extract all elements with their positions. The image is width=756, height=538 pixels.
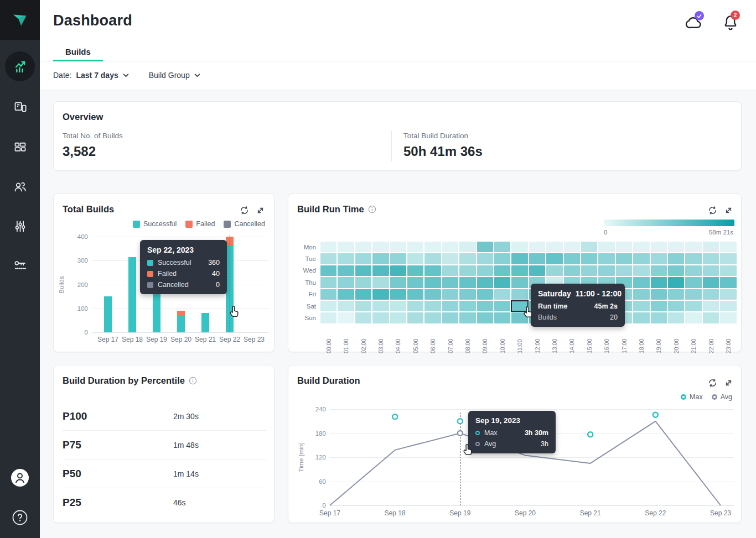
heatmap-cell[interactable] — [320, 242, 336, 252]
heatmap-cell[interactable] — [581, 242, 597, 252]
heatmap-cell[interactable] — [494, 242, 510, 252]
heatmap-cell[interactable] — [390, 301, 406, 311]
heatmap-cell[interactable] — [442, 253, 458, 264]
heatmap-cell[interactable] — [703, 312, 719, 323]
sidebar-item-devices[interactable] — [0, 96, 40, 118]
heatmap-cell[interactable] — [494, 265, 510, 276]
heatmap-cell[interactable] — [685, 301, 701, 311]
app-logo[interactable] — [0, 0, 40, 40]
bar-segment-successful[interactable] — [128, 257, 136, 332]
heatmap-cell[interactable] — [459, 242, 475, 252]
heatmap-cell[interactable] — [320, 289, 336, 300]
heatmap-cell[interactable] — [703, 265, 719, 276]
heatmap-cell[interactable] — [338, 265, 354, 276]
heatmap-cell[interactable] — [320, 253, 336, 264]
heatmap-cell[interactable] — [442, 301, 458, 311]
heatmap-cell[interactable] — [459, 265, 475, 276]
heatmap-cell[interactable] — [407, 253, 423, 264]
heatmap-cell[interactable] — [546, 242, 562, 252]
heatmap-cell[interactable] — [720, 301, 736, 311]
heatmap-cell[interactable] — [372, 253, 389, 264]
heatmap-cell[interactable] — [459, 289, 475, 300]
heatmap-cell[interactable] — [720, 253, 736, 264]
heatmap-cell[interactable] — [633, 301, 649, 311]
heatmap-cell[interactable] — [685, 242, 701, 252]
heatmap-cell[interactable] — [338, 289, 354, 300]
heatmap-cell[interactable] — [390, 265, 406, 276]
heatmap-cell[interactable] — [390, 312, 406, 323]
heatmap-cell[interactable] — [477, 312, 493, 323]
heatmap-cell[interactable] — [494, 277, 510, 288]
heatmap-cell[interactable] — [685, 289, 701, 300]
build-group-filter-dropdown[interactable]: Build Group — [149, 71, 200, 80]
heatmap-cell[interactable] — [372, 289, 389, 300]
user-avatar[interactable] — [0, 468, 40, 487]
heatmap-cell[interactable] — [529, 265, 545, 276]
heatmap-cell[interactable] — [390, 242, 406, 252]
heatmap-cell[interactable] — [668, 289, 684, 300]
heatmap-cell[interactable] — [424, 312, 441, 323]
heatmap-cell[interactable] — [564, 242, 580, 252]
heatmap-cell[interactable] — [372, 277, 389, 288]
heatmap-cell[interactable] — [720, 289, 736, 300]
heatmap-cell[interactable] — [338, 242, 354, 252]
heatmap-cell[interactable] — [720, 265, 736, 276]
heatmap-cell[interactable] — [511, 253, 527, 264]
heatmap-cell[interactable] — [703, 253, 719, 264]
heatmap-cell[interactable] — [720, 312, 736, 323]
sidebar-item-users[interactable] — [0, 175, 40, 197]
heatmap-cell[interactable] — [598, 242, 614, 252]
heatmap-cell[interactable] — [477, 242, 493, 252]
heatmap-cell[interactable] — [616, 253, 632, 264]
heatmap-cell[interactable] — [564, 253, 580, 264]
heatmap-cell[interactable] — [424, 265, 441, 276]
heatmap-cell[interactable] — [372, 301, 389, 311]
heatmap-cell[interactable] — [442, 289, 458, 300]
help-button[interactable] — [0, 509, 40, 526]
heatmap-cell[interactable] — [598, 265, 614, 276]
heatmap-cell[interactable] — [355, 301, 371, 311]
heatmap-cell[interactable] — [494, 253, 510, 264]
heatmap-cell[interactable] — [442, 265, 458, 276]
heatmap-cell[interactable] — [338, 277, 354, 288]
heatmap-cell[interactable] — [477, 265, 493, 276]
heatmap-cell[interactable] — [546, 253, 562, 264]
heatmap-cell[interactable] — [320, 301, 336, 311]
bar-segment-failed[interactable] — [177, 311, 185, 316]
bar-segment-successful[interactable] — [177, 316, 185, 332]
heatmap-cell[interactable] — [511, 289, 527, 300]
bar-segment-successful[interactable] — [104, 296, 112, 332]
heatmap-cell[interactable] — [355, 277, 371, 288]
heatmap-cell[interactable] — [407, 242, 423, 252]
heatmap-cell[interactable] — [511, 265, 527, 276]
heatmap-cell[interactable] — [581, 253, 597, 264]
heatmap-cell[interactable] — [390, 253, 406, 264]
date-filter-dropdown[interactable]: Date: Last 7 days — [53, 71, 129, 80]
heatmap-cell[interactable] — [668, 301, 684, 311]
heatmap-cell[interactable] — [424, 242, 441, 252]
heatmap-cell[interactable] — [703, 242, 719, 252]
heatmap-cell[interactable] — [720, 242, 736, 252]
heatmap-cell[interactable] — [494, 289, 510, 300]
heatmap-cell[interactable] — [424, 301, 441, 311]
heatmap-cell[interactable] — [616, 242, 632, 252]
heatmap-cell[interactable] — [685, 312, 701, 323]
heatmap-cell[interactable] — [477, 301, 493, 311]
heatmap-cell[interactable] — [511, 277, 527, 288]
heatmap-cell[interactable] — [703, 289, 719, 300]
heatmap-cell[interactable] — [407, 277, 423, 288]
heatmap-cell[interactable] — [338, 312, 354, 323]
heatmap-cell[interactable] — [651, 312, 667, 323]
heatmap-cell[interactable] — [442, 312, 458, 323]
heatmap-cell[interactable] — [633, 265, 649, 276]
heatmap-cell[interactable] — [477, 277, 493, 288]
heatmap-cell[interactable] — [459, 312, 475, 323]
heatmap-cell[interactable] — [668, 253, 684, 264]
heatmap-cell[interactable] — [407, 312, 423, 323]
sidebar-item-api-keys[interactable] — [0, 254, 40, 276]
heatmap-cell[interactable] — [477, 253, 493, 264]
heatmap-cell[interactable] — [668, 312, 684, 323]
notifications-button[interactable]: 2 — [722, 13, 739, 33]
heatmap-cell[interactable] — [459, 253, 475, 264]
heatmap-cell[interactable] — [372, 265, 389, 276]
